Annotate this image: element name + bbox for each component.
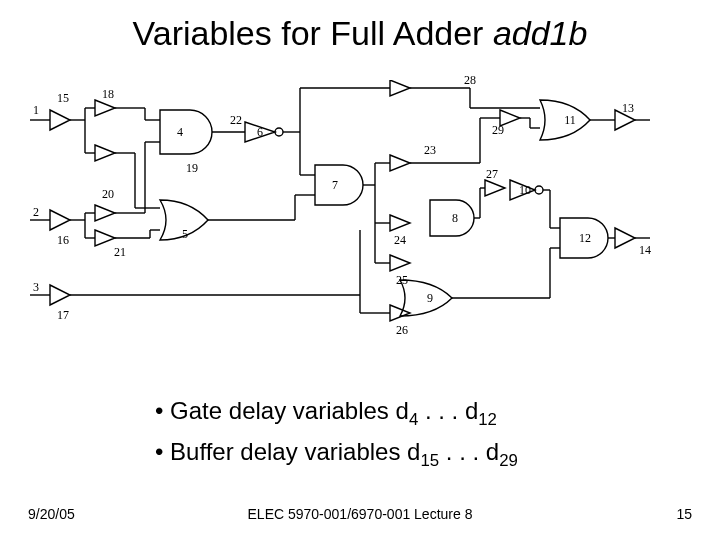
buf-icon <box>95 145 115 161</box>
buf-icon <box>390 215 410 231</box>
wire-label: 25 <box>396 273 408 288</box>
buf-icon <box>390 305 410 321</box>
buf-icon <box>390 255 410 271</box>
gate-label: 9 <box>427 291 433 306</box>
buf-icon <box>50 110 70 130</box>
and-gate-icon <box>160 110 212 154</box>
gate-label: 10 <box>519 183 531 198</box>
buf-label: 15 <box>57 91 69 106</box>
wire-label: 29 <box>492 123 504 138</box>
gate-label: 4 <box>177 125 183 140</box>
gate-label: 12 <box>579 231 591 246</box>
buf-icon <box>615 228 635 248</box>
buf-label: 17 <box>57 308 69 323</box>
gate-label: 5 <box>182 227 188 242</box>
bullet-list: Gate delay variables d4 . . . d12 Buffer… <box>115 394 518 477</box>
buf-icon <box>390 155 410 171</box>
bullet-gate-delays: Gate delay variables d4 . . . d12 <box>155 394 518 431</box>
wire-label: 24 <box>394 233 406 248</box>
gate-label: 8 <box>452 211 458 226</box>
wire-label: 26 <box>396 323 408 338</box>
buf-label: 18 <box>102 87 114 102</box>
buf-icon <box>50 285 70 305</box>
buf-label: 20 <box>102 187 114 202</box>
gate-label: 7 <box>332 178 338 193</box>
circuit-svg <box>30 80 650 335</box>
pin-label: 2 <box>33 205 39 220</box>
buf-icon <box>390 80 410 96</box>
circuit-diagram: 1 2 3 15 16 17 18 19 20 21 4 5 22 6 7 23… <box>30 80 650 335</box>
slide: Variables for Full Adder add1b <box>0 0 720 540</box>
out-label: 13 <box>622 101 634 116</box>
footer-center: ELEC 5970-001/6970-001 Lecture 8 <box>0 506 720 522</box>
out-label: 14 <box>639 243 651 258</box>
buf-icon <box>95 205 115 221</box>
buf-label: 21 <box>114 245 126 260</box>
and-gate-icon <box>315 165 363 205</box>
gate-label: 6 <box>257 125 263 140</box>
buf-icon <box>485 180 505 196</box>
title-italic: add1b <box>493 14 588 52</box>
bullet-buffer-delays: Buffer delay variables d15 . . . d29 <box>155 435 518 472</box>
gate-label: 11 <box>564 113 576 128</box>
footer-page-number: 15 <box>676 506 692 522</box>
wire-label: 22 <box>230 113 242 128</box>
pin-label: 1 <box>33 103 39 118</box>
buf-label: 16 <box>57 233 69 248</box>
slide-title: Variables for Full Adder add1b <box>0 14 720 53</box>
title-text: Variables for Full Adder <box>133 14 493 52</box>
buf-icon <box>95 230 115 246</box>
wire-label: 28 <box>464 73 476 88</box>
wire-label: 27 <box>486 167 498 182</box>
buf-icon <box>50 210 70 230</box>
wire-label: 23 <box>424 143 436 158</box>
pin-label: 3 <box>33 280 39 295</box>
buf-icon <box>95 100 115 116</box>
buf-label: 19 <box>186 161 198 176</box>
